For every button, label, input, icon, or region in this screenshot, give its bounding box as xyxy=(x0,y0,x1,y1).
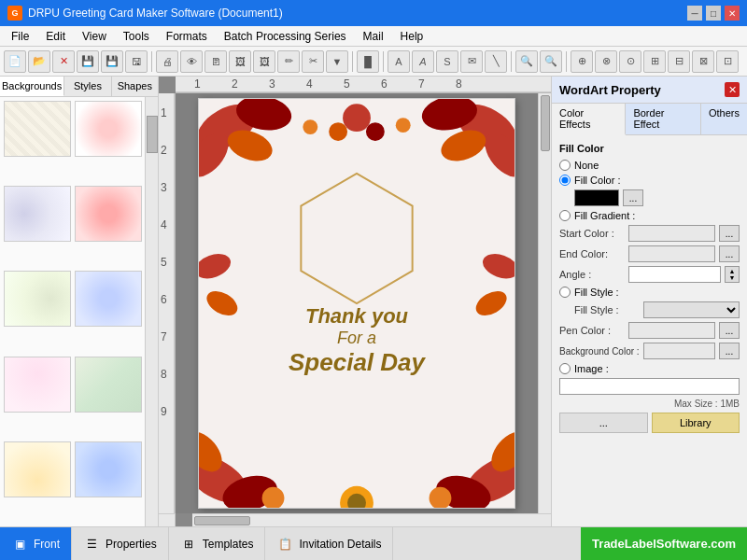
toolbar-extra3[interactable]: ⊙ xyxy=(619,50,641,73)
toolbar-pen[interactable]: ✏ xyxy=(277,50,300,73)
bg-color-input[interactable] xyxy=(643,343,715,359)
toolbar-line[interactable]: ╲ xyxy=(485,50,507,73)
toolbar-close[interactable]: ✕ xyxy=(52,50,75,73)
menu-formats[interactable]: Formats xyxy=(159,28,215,45)
toolbar-img1[interactable]: 🖼 xyxy=(229,50,251,73)
toolbar-img2[interactable]: 🖼 xyxy=(253,50,275,73)
toolbar-zoom-out[interactable]: 🔍 xyxy=(540,50,562,73)
menu-edit[interactable]: Edit xyxy=(38,28,73,45)
svg-point-28 xyxy=(329,122,347,141)
toolbar-mail[interactable]: ✉ xyxy=(460,50,483,73)
bg-thumb-3[interactable] xyxy=(4,186,71,242)
svg-text:6: 6 xyxy=(381,77,388,91)
radio-image[interactable] xyxy=(559,363,571,374)
toolbar-extra1[interactable]: ⊕ xyxy=(571,50,593,73)
radio-fill-color[interactable] xyxy=(559,175,571,186)
canvas-scrollbar-h[interactable] xyxy=(192,513,551,526)
toolbar-print2[interactable]: 🖹 xyxy=(204,50,227,73)
card-text-line2: For a xyxy=(289,329,425,348)
bg-thumb-9[interactable] xyxy=(4,441,71,497)
toolbar-text[interactable]: A xyxy=(388,50,410,73)
library-button[interactable]: Library xyxy=(652,413,740,433)
toolbar-extra7[interactable]: ⊡ xyxy=(716,50,739,73)
toolbar-print[interactable]: 🖨 xyxy=(156,50,178,73)
toolbar-text2[interactable]: A xyxy=(412,50,434,73)
start-color-dots[interactable]: ... xyxy=(719,225,740,242)
radio-gradient-row: Fill Gradient : xyxy=(559,210,740,221)
status-tab-templates[interactable]: ⊞ Templates xyxy=(169,527,266,561)
bg-thumb-10[interactable] xyxy=(75,441,142,497)
end-color-label: End Color: xyxy=(559,248,625,259)
maximize-button[interactable]: □ xyxy=(706,6,721,21)
menu-batch[interactable]: Batch Processing Series xyxy=(217,28,354,45)
tab-shapes[interactable]: Shapes xyxy=(112,77,158,96)
properties-icon: ☰ xyxy=(83,536,100,553)
toolbar-extra4[interactable]: ⊞ xyxy=(643,50,666,73)
toolbar-save[interactable]: 💾 xyxy=(77,50,99,73)
left-panel: Backgrounds Styles Shapes xyxy=(0,77,159,526)
image-path-input[interactable] xyxy=(559,378,740,395)
radio-fill-gradient[interactable] xyxy=(559,210,571,221)
bg-thumb-7[interactable] xyxy=(4,357,71,413)
status-tab-front[interactable]: ▣ Front xyxy=(0,527,72,561)
toolbar-wordart[interactable]: S xyxy=(436,50,458,73)
toolbar-crop[interactable]: ✂ xyxy=(302,50,324,73)
angle-label: Angle : xyxy=(559,269,625,280)
tab-color-effects[interactable]: Color Effects xyxy=(552,104,626,135)
toolbar-preview[interactable]: 👁 xyxy=(180,50,203,73)
angle-spinner[interactable]: ▲ ▼ xyxy=(725,266,740,283)
left-panel-tabs: Backgrounds Styles Shapes xyxy=(0,77,158,97)
bg-thumb-4[interactable] xyxy=(75,186,142,242)
fill-color-dots-btn[interactable]: ... xyxy=(623,189,643,206)
menu-mail[interactable]: Mail xyxy=(356,28,391,45)
status-tab-properties[interactable]: ☰ Properties xyxy=(72,527,169,561)
toolbar-save2[interactable]: 💾 xyxy=(101,50,123,73)
angle-input[interactable]: 0 xyxy=(628,266,721,283)
front-icon: ▣ xyxy=(11,536,28,553)
radio-fill-style[interactable] xyxy=(559,287,571,298)
status-bar: ▣ Front ☰ Properties ⊞ Templates 📋 Invit… xyxy=(0,526,747,560)
menu-help[interactable]: Help xyxy=(393,28,431,45)
tab-border-effect[interactable]: Border Effect xyxy=(626,104,701,134)
toolbar-barcode[interactable]: ▐▌ xyxy=(357,50,379,73)
toolbar-extra6[interactable]: ⊠ xyxy=(692,50,714,73)
svg-point-31 xyxy=(396,118,411,133)
canvas-viewport[interactable]: Thank you For a Special Day xyxy=(176,93,538,513)
pen-color-input[interactable] xyxy=(628,322,715,339)
bg-thumb-1[interactable] xyxy=(4,101,71,157)
menu-file[interactable]: File xyxy=(4,28,36,45)
tab-others[interactable]: Others xyxy=(701,104,747,134)
menu-tools[interactable]: Tools xyxy=(116,28,157,45)
bg-thumb-2[interactable] xyxy=(75,101,142,157)
dots-button[interactable]: ... xyxy=(559,413,648,433)
toolbar-extra2[interactable]: ⊗ xyxy=(595,50,617,73)
left-panel-scrollbar[interactable] xyxy=(145,97,158,526)
end-color-dots[interactable]: ... xyxy=(719,245,740,262)
toolbar-save3[interactable]: 🖫 xyxy=(125,50,148,73)
radio-none[interactable] xyxy=(559,160,571,171)
toolbar-fill[interactable]: ▼ xyxy=(326,50,348,73)
tab-styles[interactable]: Styles xyxy=(64,77,111,96)
toolbar-open[interactable]: 📂 xyxy=(28,50,50,73)
bg-thumb-8[interactable] xyxy=(75,357,142,413)
close-button[interactable]: ✕ xyxy=(725,6,740,21)
pen-color-dots[interactable]: ... xyxy=(719,322,740,339)
toolbar-extra5[interactable]: ⊟ xyxy=(668,50,690,73)
bg-color-row: Background Color : ... xyxy=(559,343,740,359)
bg-thumb-6[interactable] xyxy=(75,271,142,327)
svg-text:3: 3 xyxy=(161,181,167,194)
status-tab-invitation[interactable]: 📋 Invitation Details xyxy=(265,527,393,561)
tab-backgrounds[interactable]: Backgrounds xyxy=(0,77,64,96)
start-color-input[interactable] xyxy=(628,225,715,242)
minimize-button[interactable]: ─ xyxy=(687,6,702,21)
toolbar-zoom-in[interactable]: 🔍 xyxy=(515,50,538,73)
canvas-scrollbar-v[interactable] xyxy=(538,93,551,513)
fillstyle-dropdown[interactable] xyxy=(643,301,740,318)
fill-color-box[interactable] xyxy=(574,189,619,206)
menu-view[interactable]: View xyxy=(75,28,114,45)
bg-color-dots[interactable]: ... xyxy=(719,343,740,359)
panel-close-button[interactable]: ✕ xyxy=(725,82,740,97)
end-color-input[interactable] xyxy=(628,245,715,262)
bg-thumb-5[interactable] xyxy=(4,271,71,327)
toolbar-new[interactable]: 📄 xyxy=(4,50,26,73)
